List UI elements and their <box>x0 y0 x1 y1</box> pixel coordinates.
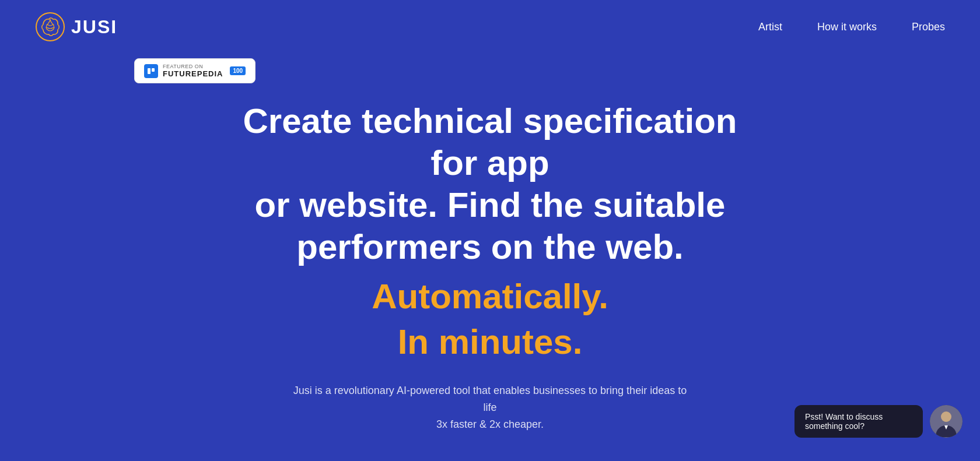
chat-avatar[interactable] <box>930 405 963 438</box>
brain-icon <box>35 12 65 42</box>
nav-links: Artist How it works Probes <box>758 21 945 33</box>
avatar-image <box>930 405 963 438</box>
svg-point-0 <box>36 13 64 41</box>
hero-title: Create technical specification for app o… <box>228 100 752 268</box>
chat-bubble-area: Psst! Want to discuss something cool? <box>794 405 963 438</box>
hero-highlight-line1: Automatically. <box>372 274 608 319</box>
hero-title-line3: performers on the web. <box>296 227 683 266</box>
nav-how-it-works[interactable]: How it works <box>817 21 877 33</box>
logo[interactable]: JUSI <box>35 12 117 42</box>
hero-title-line1: Create technical specification for app <box>243 101 737 182</box>
chat-bubble-message[interactable]: Psst! Want to discuss something cool? <box>794 405 923 438</box>
svg-point-5 <box>941 411 951 422</box>
hero-section: Create technical specification for app o… <box>0 54 980 461</box>
navbar: JUSI Artist How it works Probes <box>0 0 980 54</box>
hero-highlight-area: Automatically. In minutes. <box>372 274 608 365</box>
hero-highlight-line2: In minutes. <box>372 319 608 365</box>
nav-artist[interactable]: Artist <box>758 21 782 33</box>
hero-title-line2: or website. Find the suitable <box>255 185 726 224</box>
nav-probes[interactable]: Probes <box>912 21 945 33</box>
hero-subtitle: Jusi is a revolutionary AI-powered tool … <box>286 382 694 432</box>
brand-name: JUSI <box>71 16 117 38</box>
